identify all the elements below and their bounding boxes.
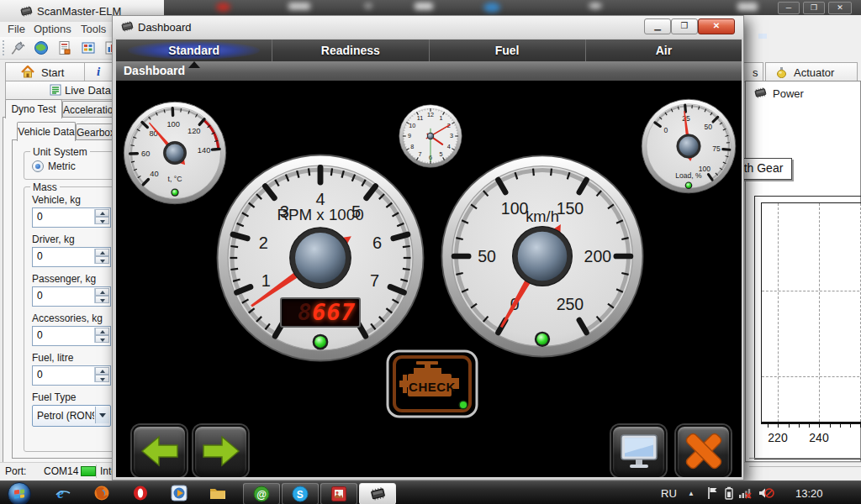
svg-text:250: 250	[557, 295, 584, 313]
info-icon[interactable]: i	[97, 65, 100, 79]
spin-down-icon[interactable]	[95, 375, 109, 382]
dropdown-arrow-icon[interactable]	[95, 407, 109, 423]
driver-kg-input[interactable]	[33, 248, 96, 265]
display-settings-button[interactable]	[611, 425, 666, 477]
tab-standard[interactable]: Standard	[116, 39, 272, 61]
maximize-button[interactable]: ❒	[671, 18, 698, 34]
minimize-button[interactable]: ▁	[644, 18, 671, 34]
accessories-kg-spinner[interactable]	[94, 328, 109, 343]
nav-start[interactable]: Start	[41, 66, 64, 79]
tab-acceleration[interactable]: Acceleration	[62, 101, 116, 118]
accessories-kg-field[interactable]	[32, 326, 111, 346]
fuel-litre-field[interactable]	[32, 365, 111, 386]
spin-down-icon[interactable]	[95, 217, 109, 224]
metric-label: Metric	[48, 160, 76, 172]
metric-radio[interactable]	[32, 160, 44, 172]
mail-agent-taskbar-button[interactable]: @	[243, 483, 280, 504]
connect-plug-icon[interactable]	[10, 40, 25, 55]
media-player-icon[interactable]	[170, 485, 188, 501]
passenger-kg-field[interactable]	[32, 286, 111, 307]
driver-kg-field[interactable]	[32, 247, 111, 267]
spin-up-icon[interactable]	[95, 328, 109, 335]
spin-down-icon[interactable]	[95, 296, 109, 303]
fuel-litre-label: Fuel, litre	[32, 352, 73, 364]
spin-up-icon[interactable]	[95, 367, 109, 375]
taskbar: e @ S RU ▲ 13:20	[0, 480, 861, 504]
menu-options[interactable]: Options	[34, 23, 71, 35]
vehicle-kg-input[interactable]	[33, 208, 96, 225]
spin-up-icon[interactable]	[95, 249, 109, 256]
action-center-flag-icon[interactable]	[703, 485, 721, 501]
dashboard-title-bar[interactable]: Dashboard ▁ ❒ ✕	[113, 16, 743, 38]
bg-close-button[interactable]: ✕	[828, 2, 852, 14]
close-dashboard-button[interactable]	[676, 425, 731, 477]
svg-text:120: 120	[188, 127, 201, 135]
svg-text:3: 3	[450, 132, 453, 139]
passenger-kg-input[interactable]	[33, 287, 96, 304]
spin-down-icon[interactable]	[95, 335, 109, 343]
hidden-icons-chevron-icon[interactable]: ▲	[688, 490, 695, 497]
close-button[interactable]: ✕	[698, 18, 735, 34]
nav-live-data[interactable]: Live Data	[65, 84, 111, 97]
tab-actuator[interactable]: Actuator	[765, 62, 858, 82]
passenger-kg-spinner[interactable]	[94, 288, 109, 303]
svg-text:t, °C: t, °C	[168, 175, 182, 183]
scanmaster-chip-icon	[368, 486, 387, 501]
clock-time[interactable]: 13:20	[795, 487, 823, 500]
explorer-folder-icon[interactable]	[209, 485, 227, 501]
main-window-title: ScanMaster-ELM	[37, 5, 121, 18]
skype-taskbar-button[interactable]: S	[282, 483, 319, 504]
report-icon[interactable]	[57, 40, 72, 55]
spin-down-icon[interactable]	[95, 256, 109, 264]
next-page-button[interactable]	[193, 425, 248, 477]
svg-text:100: 100	[501, 199, 529, 218]
svg-text:1: 1	[261, 271, 271, 290]
firefox-icon[interactable]	[92, 485, 111, 501]
language-indicator[interactable]: RU	[661, 487, 677, 500]
network-no-connection-icon[interactable]	[737, 485, 755, 501]
battery-icon[interactable]	[720, 485, 738, 501]
menu-file[interactable]: File	[8, 23, 25, 35]
fuel-type-dropdown[interactable]: Petrol (RON95	[32, 405, 111, 427]
coolant-temperature-gauge: 406080100120140t, °C	[123, 101, 227, 205]
globe-icon[interactable]	[34, 40, 49, 55]
internet-explorer-icon[interactable]: e	[54, 485, 72, 501]
bg-maximize-button[interactable]: ❐	[803, 2, 825, 14]
nav-row-live-data[interactable]: Live Data	[5, 81, 114, 100]
power-page: Power 220240	[745, 81, 861, 462]
accessories-kg-input[interactable]	[33, 327, 96, 344]
tab-vehicle-data[interactable]: Vehicle Data	[17, 122, 76, 141]
fuel-litre-spinner[interactable]	[94, 367, 109, 382]
home-icon	[21, 66, 34, 81]
vehicle-kg-spinner[interactable]	[94, 209, 109, 224]
power-tab-label[interactable]: Power	[773, 87, 804, 100]
svg-text:10: 10	[409, 122, 415, 129]
opera-icon[interactable]	[131, 485, 150, 501]
svg-text:200: 200	[584, 247, 612, 265]
tab-dyno-test[interactable]: Dyno Test	[5, 99, 62, 118]
tab-fuel[interactable]: Fuel	[429, 39, 585, 61]
spin-up-icon[interactable]	[95, 209, 109, 217]
mass-label: Mass	[30, 181, 60, 193]
tab-readiness[interactable]: Readiness	[272, 39, 428, 61]
svg-text:km/h: km/h	[526, 207, 559, 225]
volume-muted-icon[interactable]	[757, 485, 775, 501]
scanmaster-taskbar-button[interactable]	[359, 483, 396, 504]
tab-gearbox[interactable]: Gearbox	[76, 123, 116, 141]
vehicle-kg-field[interactable]	[32, 207, 111, 228]
bg-minimize-button[interactable]: ─	[778, 2, 800, 14]
grid-icon[interactable]	[81, 40, 96, 55]
previous-page-button[interactable]	[132, 425, 187, 477]
fuel-litre-input[interactable]	[33, 366, 96, 383]
menu-tools[interactable]: Tools	[81, 23, 106, 35]
driver-kg-spinner[interactable]	[94, 249, 109, 264]
frame-line	[749, 466, 861, 467]
port-label: Port:	[5, 465, 26, 477]
dashboard-window-title: Dashboard	[138, 21, 192, 34]
image-viewer-taskbar-button[interactable]	[320, 483, 357, 504]
live-data-icon	[50, 84, 61, 99]
start-button[interactable]	[8, 482, 31, 504]
check-engine-indicator: CHECK	[386, 349, 478, 418]
tab-air[interactable]: Air	[585, 39, 742, 61]
spin-up-icon[interactable]	[95, 288, 109, 296]
